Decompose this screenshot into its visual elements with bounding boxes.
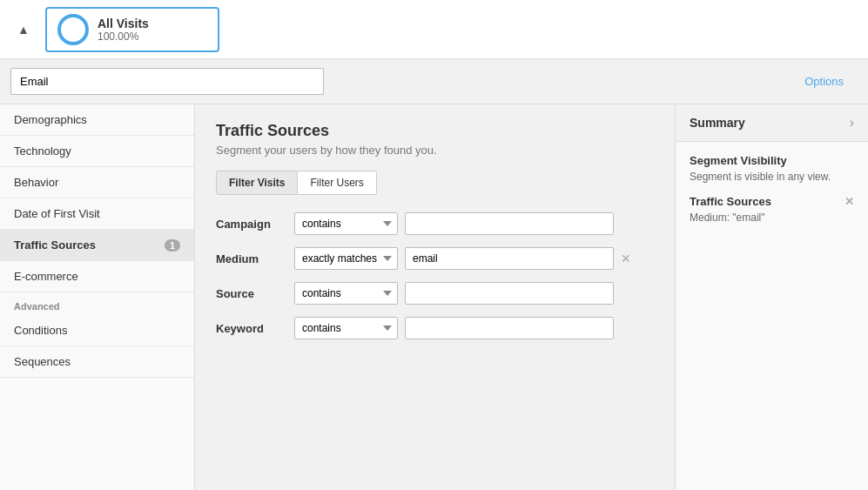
medium-row: Medium contains exactly matches starts w… xyxy=(216,247,654,270)
sidebar-item-date-label: Date of First Visit xyxy=(14,207,100,220)
segment-visibility-section: Segment Visibility Segment is visible in… xyxy=(690,154,854,183)
sidebar-item-sequences-label: Sequences xyxy=(14,355,71,368)
summary-title: Summary xyxy=(690,116,745,130)
sidebar-item-traffic-sources[interactable]: Traffic Sources 1 xyxy=(0,230,194,261)
sidebar-item-sequences[interactable]: Sequences xyxy=(0,346,194,378)
medium-operator-select[interactable]: contains exactly matches starts with end… xyxy=(294,247,398,270)
summary-arrow-icon[interactable]: › xyxy=(850,115,854,131)
advanced-section-label: Advanced xyxy=(0,292,194,315)
sidebar-item-demographics-label: Demographics xyxy=(14,113,87,126)
segment-info: All Visits 100.00% xyxy=(98,17,149,43)
campaign-row: Campaign contains exactly matches starts… xyxy=(216,212,654,235)
sidebar: Demographics Technology Behavior Date of… xyxy=(0,104,195,490)
summary-header: Summary › xyxy=(676,104,868,142)
traffic-sources-summary-section: Traffic Sources ✕ Medium: "email" xyxy=(690,195,854,224)
sidebar-nav: Demographics Technology Behavior Date of… xyxy=(0,104,194,490)
content-area: Traffic Sources Segment your users by ho… xyxy=(195,104,675,490)
medium-clear-button[interactable]: ✕ xyxy=(621,252,631,265)
keyword-value-input[interactable] xyxy=(405,317,614,339)
top-bar: ▲ All Visits 100.00% xyxy=(0,0,868,59)
search-input[interactable] xyxy=(10,68,324,95)
sidebar-item-demographics[interactable]: Demographics xyxy=(0,104,194,136)
traffic-sources-remove-button[interactable]: ✕ xyxy=(844,195,854,208)
campaign-operator-select[interactable]: contains exactly matches starts with end… xyxy=(294,212,398,235)
traffic-sources-summary-desc: Medium: "email" xyxy=(690,211,854,224)
main-layout: Demographics Technology Behavior Date of… xyxy=(0,104,868,490)
traffic-sources-badge: 1 xyxy=(165,239,180,252)
source-row: Source contains exactly matches starts w… xyxy=(216,282,654,305)
sidebar-item-conditions[interactable]: Conditions xyxy=(0,315,194,346)
filter-visits-tab[interactable]: Filter Visits xyxy=(216,171,298,195)
source-label: Source xyxy=(216,287,294,300)
sidebar-item-ecommerce-label: E-commerce xyxy=(14,270,78,283)
sidebar-item-behavior-label: Behavior xyxy=(14,176,58,189)
content-title: Traffic Sources xyxy=(216,122,654,140)
filter-users-tab[interactable]: Filter Users xyxy=(298,171,376,195)
segment-visibility-desc: Segment is visible in any view. xyxy=(690,171,854,183)
keyword-row: Keyword contains exactly matches starts … xyxy=(216,317,654,339)
segment-name: All Visits xyxy=(98,17,149,30)
sidebar-item-conditions-label: Conditions xyxy=(14,324,67,337)
sidebar-item-technology[interactable]: Technology xyxy=(0,136,194,167)
medium-label: Medium xyxy=(216,252,294,265)
sidebar-item-technology-label: Technology xyxy=(14,144,71,158)
source-value-input[interactable] xyxy=(405,282,614,305)
sidebar-item-traffic-label: Traffic Sources xyxy=(14,238,96,252)
keyword-label: Keyword xyxy=(216,322,294,335)
medium-value-input[interactable] xyxy=(405,247,614,270)
collapse-button[interactable]: ▲ xyxy=(10,17,37,43)
campaign-label: Campaign xyxy=(216,218,294,231)
content-subtitle: Segment your users by how they found you… xyxy=(216,144,654,157)
search-area: Options xyxy=(0,59,868,104)
keyword-operator-select[interactable]: contains exactly matches starts with end… xyxy=(294,317,398,339)
segment-percentage: 100.00% xyxy=(98,30,149,43)
traffic-sources-summary-title: Traffic Sources ✕ xyxy=(690,195,854,208)
filter-tabs: Filter Visits Filter Users xyxy=(216,171,654,195)
summary-body: Segment Visibility Segment is visible in… xyxy=(676,142,868,248)
segment-visibility-title: Segment Visibility xyxy=(690,154,854,167)
sidebar-item-date-of-first-visit[interactable]: Date of First Visit xyxy=(0,198,194,230)
campaign-value-input[interactable] xyxy=(405,212,614,235)
segment-pill: All Visits 100.00% xyxy=(45,7,219,52)
options-link[interactable]: Options xyxy=(804,75,844,88)
source-operator-select[interactable]: contains exactly matches starts with end… xyxy=(294,282,398,305)
sidebar-item-behavior[interactable]: Behavior xyxy=(0,167,194,198)
sidebar-item-e-commerce[interactable]: E-commerce xyxy=(0,261,194,292)
segment-circle-icon xyxy=(57,14,89,45)
summary-panel: Summary › Segment Visibility Segment is … xyxy=(675,104,868,490)
